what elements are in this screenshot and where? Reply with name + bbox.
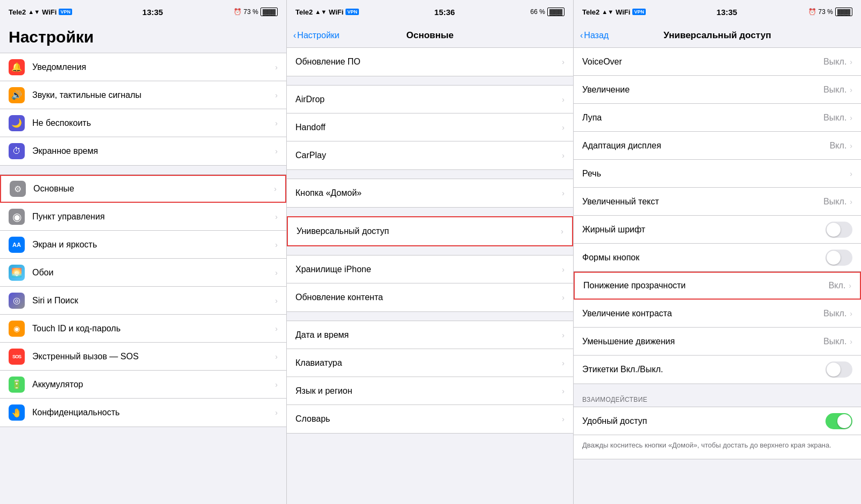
speech-label: Речь [582,169,850,179]
onofflabels-toggle[interactable] [825,361,852,378]
chevron-voiceover: › [850,58,852,66]
panel-accessibility: Tele2 ▲▼ WiFi VPN 13:35 ⏰ 73 % ▓▓▓ ‹ Наз… [574,0,861,504]
back-chevron-2: ‹ [293,31,296,40]
group-storage: Хранилище iPhone › Обновление контента › [287,255,573,312]
carrier-1: Tele2 ▲▼ WiFi VPN [9,8,72,16]
row-voiceover[interactable]: VoiceOver Выкл. › [574,48,861,76]
row-handoff[interactable]: Handoff › [287,113,573,141]
row-largetext[interactable]: Увеличенный текст Выкл. › [574,188,861,216]
row-dictionary[interactable]: Словарь › [287,405,573,433]
displayadapt-value: Вкл. [830,141,847,151]
group-spacing-2b [287,170,573,179]
chevron-homebutton: › [562,189,564,197]
settings-group-2: ⚙ Основные › ◉ Пункт управления › AA Экр… [0,174,286,427]
increasecontrast-label: Увеличение контраста [582,309,823,318]
general-icon: ⚙ [10,181,26,197]
row-battery[interactable]: 🔋 Аккумулятор › [0,371,286,399]
row-keyboard[interactable]: Клавиатура › [287,349,573,377]
row-notifications[interactable]: 🔔 Уведомления › [0,53,286,81]
row-storage[interactable]: Хранилище iPhone › [287,255,573,283]
row-siri[interactable]: ◎ Siri и Поиск › [0,287,286,315]
row-donotdisturb[interactable]: 🌙 Не беспокоить › [0,109,286,137]
carrier-2: Tele2 ▲▼ WiFi VPN [295,8,359,16]
row-onofflabels[interactable]: Этикетки Вкл./Выкл. [574,356,861,384]
group-accessibility-items: VoiceOver Выкл. › Увеличение Выкл. › Луп… [574,47,861,384]
bgrefresh-label: Обновление контента [295,293,562,302]
zoom-label: Увеличение [582,85,823,95]
chevron-privacy: › [275,408,278,417]
chevron-general: › [274,184,277,193]
chevron-siri: › [275,296,278,305]
carplay-label: CarPlay [295,151,562,160]
screentime-icon: ⏱ [9,143,25,159]
row-increasecontrast[interactable]: Увеличение контраста Выкл. › [574,300,861,328]
donotdisturb-icon: 🌙 [9,115,25,131]
storage-label: Хранилище iPhone [295,265,562,274]
assistivetouch-toggle[interactable] [825,413,852,429]
chevron-donotdisturb: › [275,119,278,127]
row-assistivetouch[interactable]: Удобный доступ [574,407,861,435]
row-airdrop[interactable]: AirDrop › [287,86,573,113]
voiceover-value: Выкл. [823,57,846,67]
row-boldfont[interactable]: Жирный шрифт [574,216,861,244]
display-label: Экран и яркость [32,240,275,250]
row-sos[interactable]: SOS Экстренный вызов — SOS › [0,343,286,371]
back-button-2[interactable]: ‹ Настройки [293,31,340,40]
airdrop-label: AirDrop [295,95,562,104]
row-general[interactable]: ⚙ Основные › [0,175,286,203]
chevron-storage: › [562,265,564,274]
status-bar-3: Tele2 ▲▼ WiFi VPN 13:35 ⏰ 73 % ▓▓▓ [574,0,861,24]
language-label: Язык и регион [295,386,562,396]
row-update[interactable]: Обновление ПО › [287,48,573,76]
settings-group-1: 🔔 Уведомления › 🔊 Звуки, тактильные сигн… [0,53,286,166]
row-privacy[interactable]: 🤚 Конфиденциальность › [0,399,286,427]
row-reducemotion[interactable]: Уменьшение движения Выкл. › [574,328,861,356]
chevron-wallpaper: › [275,268,278,277]
group-update: Обновление ПО › [287,47,573,76]
row-datetime[interactable]: Дата и время › [287,321,573,349]
row-buttonshapes[interactable]: Формы кнопок [574,244,861,272]
zoom-value: Выкл. [823,85,846,95]
panel-settings: Tele2 ▲▼ WiFi VPN 13:35 ⏰ 73 % ▓▓▓ Настр… [0,0,287,504]
nav-title-3: Универсальный доступ [664,30,771,41]
touchid-label: Touch ID и код-пароль [32,324,275,333]
chevron-zoom: › [850,86,852,94]
siri-icon: ◎ [9,293,25,309]
row-bgrefresh[interactable]: Обновление контента › [287,283,573,311]
row-magnifier[interactable]: Лупа Выкл. › [574,104,861,132]
row-carplay[interactable]: CarPlay › [287,141,573,169]
row-speech[interactable]: Речь › [574,160,861,188]
row-language[interactable]: Язык и регион › [287,377,573,405]
row-sounds[interactable]: 🔊 Звуки, тактильные сигналы › [0,81,286,109]
display-icon: AA [9,237,25,253]
row-displayadapt[interactable]: Адаптация дисплея Вкл. › [574,132,861,160]
row-zoom[interactable]: Увеличение Выкл. › [574,76,861,104]
group-accessibility: Универсальный доступ › [287,216,573,246]
row-wallpaper[interactable]: 🌅 Обои › [0,259,286,287]
group-spacing-1 [0,166,286,174]
boldfont-toggle[interactable] [825,222,852,238]
row-screentime[interactable]: ⏱ Экранное время › [0,137,286,165]
row-touchid[interactable]: ◉ Touch ID и код-пароль › [0,315,286,343]
nav-bar-3: ‹ Назад Универсальный доступ [574,24,861,47]
indicators-2: 66 % ▓▓▓ [531,8,564,16]
increasecontrast-value: Выкл. [823,309,846,318]
settings-list-3[interactable]: VoiceOver Выкл. › Увеличение Выкл. › Луп… [574,47,861,504]
chevron-increasecontrast: › [850,309,852,318]
chevron-display: › [275,240,278,249]
row-display[interactable]: AA Экран и яркость › [0,231,286,259]
row-accessibility[interactable]: Универсальный доступ › [288,217,572,245]
wallpaper-icon: 🌅 [9,265,25,281]
buttonshapes-toggle[interactable] [825,250,852,266]
row-homebutton[interactable]: Кнопка «Домой» › [287,179,573,207]
settings-list-1[interactable]: 🔔 Уведомления › 🔊 Звуки, тактильные сигн… [0,53,286,504]
controlcenter-label: Пункт управления [32,212,275,222]
chevron-carplay: › [562,151,564,160]
group-spacing-2d [287,246,573,255]
row-reducetransparency[interactable]: Понижение прозрачности Вкл. › [574,272,861,300]
row-controlcenter[interactable]: ◉ Пункт управления › [0,203,286,231]
settings-list-2[interactable]: Обновление ПО › AirDrop › Handoff › CarP… [287,47,573,504]
back-button-3[interactable]: ‹ Назад [580,31,609,40]
chevron-magnifier: › [850,113,852,122]
group-interaction: Удобный доступ Дважды коснитесь кнопки «… [574,407,861,459]
